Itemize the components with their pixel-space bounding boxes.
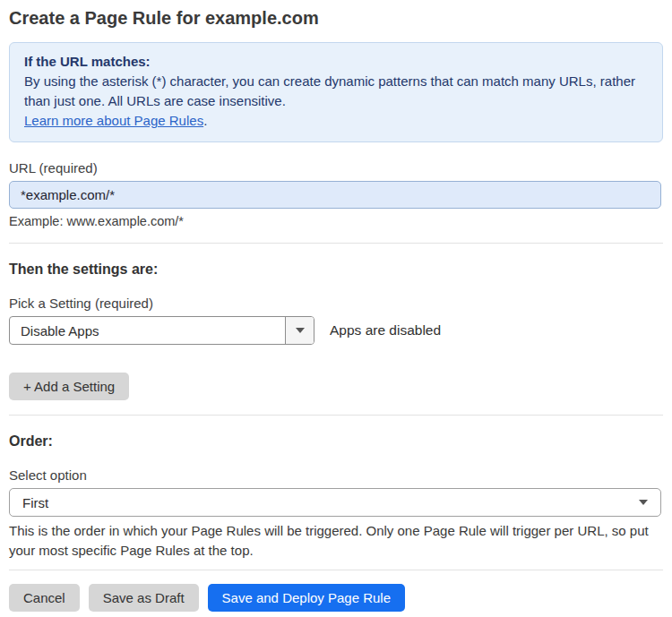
pick-setting-label: Pick a Setting (required) [9,296,663,311]
order-select-label: Select option [9,467,663,483]
info-box-link-line: Learn more about Page Rules. [24,111,648,131]
section-divider [9,243,663,244]
setting-dropdown-arrow-button[interactable] [285,317,314,344]
setting-dropdown[interactable]: Disable Apps [9,316,314,345]
info-box-heading: If the URL matches: [24,52,648,72]
chevron-down-icon [639,500,648,505]
footer-divider [9,570,663,570]
add-setting-button[interactable]: + Add a Setting [9,373,129,400]
settings-section-heading: Then the settings are: [9,261,663,278]
order-helper-text: This is the order in which your Page Rul… [9,521,663,561]
setting-status-text: Apps are disabled [330,322,441,338]
create-page-rule-form: Create a Page Rule for example.com If th… [0,0,672,617]
info-box-body: By using the asterisk (*) character, you… [24,72,648,111]
url-input[interactable] [9,181,661,209]
link-suffix: . [203,113,207,128]
footer-actions: Cancel Save as Draft Save and Deploy Pag… [9,584,663,612]
learn-more-link[interactable]: Learn more about Page Rules [24,113,203,128]
order-select-value: First [22,495,48,510]
order-section-heading: Order: [9,433,663,450]
setting-dropdown-value: Disable Apps [10,317,285,344]
page-title: Create a Page Rule for example.com [9,7,663,29]
cancel-button[interactable]: Cancel [9,584,80,612]
url-match-info-box: If the URL matches: By using the asteris… [9,42,663,142]
url-example-helper: Example: www.example.com/* [9,214,663,228]
url-field-label: URL (required) [9,160,663,176]
chevron-down-icon [296,328,305,333]
order-select[interactable]: First [9,488,661,517]
save-and-deploy-button[interactable]: Save and Deploy Page Rule [208,584,405,612]
setting-row: Disable Apps Apps are disabled [9,316,663,345]
section-divider [9,415,663,416]
save-as-draft-button[interactable]: Save as Draft [89,584,199,612]
